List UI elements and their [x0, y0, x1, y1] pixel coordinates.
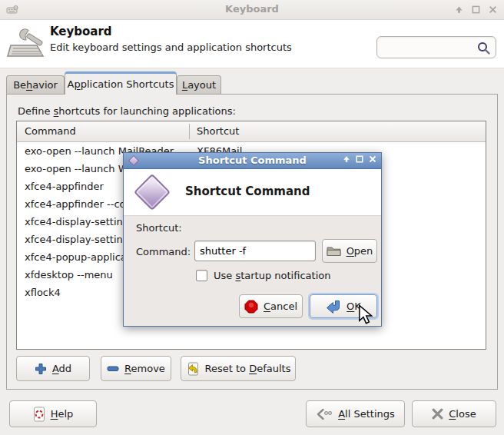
- search-field[interactable]: [376, 36, 496, 58]
- command-input[interactable]: [194, 241, 316, 261]
- add-button[interactable]: Add: [16, 356, 90, 381]
- startup-notification-checkbox[interactable]: [196, 270, 207, 281]
- keyboard-wrench-icon: [6, 22, 48, 65]
- stop-icon: [244, 300, 258, 314]
- add-label: Add: [52, 363, 71, 374]
- dialog-maximize-button[interactable]: [356, 155, 363, 163]
- tab-label: Behavior: [13, 79, 58, 91]
- plus-icon: [35, 363, 47, 375]
- close-window-button[interactable]: [487, 4, 498, 15]
- dialog-close-button[interactable]: [369, 155, 376, 163]
- page-title: Keyboard: [50, 25, 112, 38]
- cancel-button[interactable]: Cancel: [239, 294, 303, 318]
- page-subtitle: Edit keyboard settings and application s…: [50, 42, 292, 53]
- remove-button[interactable]: Remove: [101, 356, 171, 381]
- table-header[interactable]: Command Shortcut: [17, 121, 486, 142]
- dialog-header: Keyboard Edit keyboard settings and appl…: [0, 20, 504, 68]
- search-input[interactable]: [383, 38, 474, 56]
- back-chevron-icon: [316, 408, 333, 420]
- define-shortcuts-label: Define shortcuts for launching applicati…: [18, 105, 236, 117]
- help-icon: [33, 407, 45, 422]
- startup-notification-label: Use startup notification: [214, 270, 330, 281]
- column-separator[interactable]: [189, 124, 190, 139]
- window-titlebar[interactable]: Keyboard: [0, 0, 504, 20]
- dialog-body: Shortcut: Command: Open Use startup noti…: [124, 216, 381, 327]
- tab-layout[interactable]: Layout: [177, 75, 221, 94]
- close-button[interactable]: Close: [412, 400, 496, 427]
- tab-application-shortcuts[interactable]: Application Shortcuts: [65, 71, 177, 95]
- all-settings-button[interactable]: All Settings: [306, 400, 405, 427]
- shortcut-command-dialog: Shortcut Command Shortcut Command Shortc…: [123, 152, 382, 327]
- open-label: Open: [346, 245, 373, 257]
- window-title: Keyboard: [0, 3, 504, 15]
- mouse-cursor: [358, 304, 373, 324]
- tab-label: Application Shortcuts: [68, 78, 174, 90]
- dialog-shade-button[interactable]: [343, 155, 350, 163]
- x-icon: [432, 408, 443, 420]
- command-label: Command:: [136, 246, 191, 257]
- help-button[interactable]: Help: [9, 400, 97, 427]
- tab-behavior[interactable]: Behavior: [6, 75, 65, 94]
- return-arrow-icon: [326, 299, 341, 314]
- dialog-titlebar[interactable]: Shortcut Command: [124, 153, 381, 169]
- open-button[interactable]: Open: [322, 239, 377, 263]
- help-label: Help: [51, 408, 74, 420]
- cancel-label: Cancel: [264, 301, 297, 312]
- close-label: Close: [449, 408, 476, 420]
- dialog-heading-area: Shortcut Command: [124, 169, 381, 216]
- keyboard-settings-window: Keyboard Keyboar: [0, 0, 504, 435]
- column-shortcut[interactable]: Shortcut: [197, 125, 239, 137]
- reset-label: Reset to Defaults: [205, 363, 291, 374]
- reset-to-defaults-button[interactable]: Reset to Defaults: [181, 356, 296, 381]
- all-settings-label: All Settings: [338, 408, 395, 420]
- column-command[interactable]: Command: [25, 125, 76, 137]
- folder-icon: [327, 245, 341, 257]
- shade-button[interactable]: [453, 4, 464, 15]
- dialog-heading: Shortcut Command: [185, 184, 310, 198]
- maximize-button[interactable]: [470, 4, 481, 15]
- shortcut-label: Shortcut:: [136, 222, 182, 234]
- minus-icon: [107, 366, 119, 372]
- tab-label: Layout: [182, 79, 216, 91]
- search-icon[interactable]: [477, 42, 490, 55]
- undo-arrow-icon: [186, 362, 200, 376]
- remove-label: Remove: [124, 363, 165, 374]
- purple-diamond-icon: [134, 174, 171, 211]
